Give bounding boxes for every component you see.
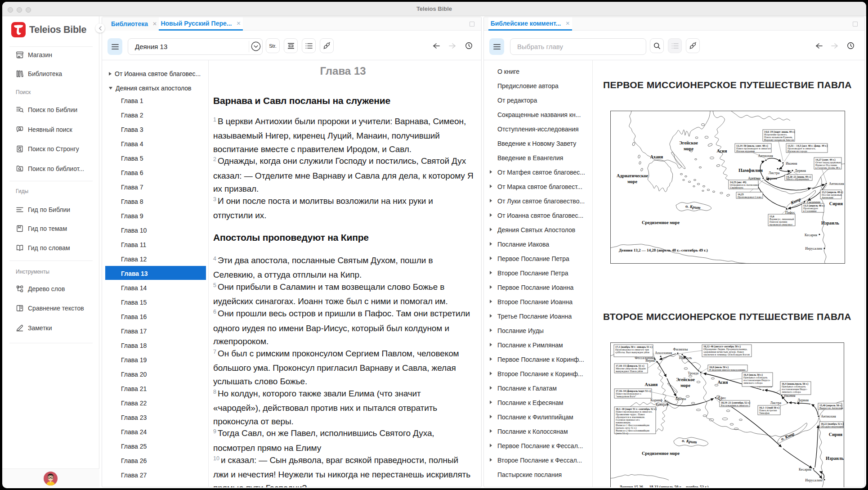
svg-text:Проповедовал Слово: Проповедовал Слово bbox=[738, 196, 762, 198]
svg-text:Икония: Икония bbox=[786, 162, 797, 166]
svg-text:Ободрял верующих: Ободрял верующих bbox=[821, 425, 843, 428]
svg-text:Написал Послание: Написал Послание bbox=[815, 164, 837, 166]
svg-text:Асия: Асия bbox=[716, 148, 727, 153]
svg-text:Варнаву называли Зевсом: Варнаву называли Зевсом bbox=[764, 139, 794, 141]
svg-text:Атталия: Атталия bbox=[748, 176, 761, 180]
svg-text:Вышел из Антиохии: Вышел из Антиохии bbox=[819, 407, 843, 409]
svg-text:Проповедует: Проповедует bbox=[803, 207, 819, 210]
svg-text:проконсул уверовал: проконсул уверовал bbox=[770, 223, 792, 226]
svg-text:Антиохия: Антиохия bbox=[821, 414, 836, 418]
svg-text:Павлом зрения;: Павлом зрения; bbox=[770, 220, 787, 223]
svg-text:Деяния 13,2 — 14,28 (апрель 48: Деяния 13,2 — 14,28 (апрель 48 г.–сентяб… bbox=[619, 248, 708, 252]
svg-text:Павел встретил: Павел встретил bbox=[759, 409, 777, 412]
svg-text:Отправился в Антиохию: Отправился в Антиохию bbox=[730, 184, 759, 186]
svg-text:Дервия: Дервия bbox=[795, 169, 806, 173]
svg-text:лимского собора: лимского собора bbox=[743, 382, 763, 384]
svg-text:Средиземное море: Средиземное море bbox=[642, 220, 680, 225]
svg-text:Проповедует в синагоге,: Проповедует в синагоге, bbox=[787, 147, 816, 150]
svg-text:Иерусалим: Иерусалим bbox=[805, 247, 822, 251]
svg-text:Ефес: Ефес bbox=[718, 396, 726, 400]
svg-text:Израиль: Израиль bbox=[821, 220, 839, 225]
svg-text:Изгнан иудеями: Изгнан иудеями bbox=[736, 150, 755, 153]
svg-text:Асия: Асия bbox=[717, 380, 728, 385]
svg-text:Исцеление хромого.: Исцеление хромого. bbox=[764, 133, 787, 136]
svg-text:Кесария: Кесария bbox=[805, 233, 817, 237]
svg-text:постановления Иерус-: постановления Иерус- bbox=[782, 388, 807, 391]
svg-text:Призывал соблюдать: Призывал соблюдать bbox=[782, 385, 806, 388]
svg-text:Тимофея: Тимофея bbox=[759, 412, 770, 414]
svg-text:Антиохии: Антиохии bbox=[822, 196, 833, 199]
svg-text:море: море bbox=[680, 383, 691, 388]
svg-text:Многие уверовали. Иудеи: Многие уверовали. Иудеи bbox=[616, 367, 646, 370]
svg-text:Проповедовал в синагоге три: Проповедовал в синагоге три bbox=[615, 348, 649, 351]
svg-text:в Саламине: в Саламине bbox=[803, 210, 817, 212]
svg-text:Вариисус, лишенный: Вариисус, лишенный bbox=[770, 218, 794, 220]
svg-text:море: море bbox=[627, 179, 638, 184]
svg-text:Эгейское: Эгейское bbox=[676, 377, 695, 382]
svg-text:Неаполь: Неаполь bbox=[679, 356, 692, 360]
svg-text:Сирийскую: Сирийскую bbox=[730, 186, 743, 189]
svg-text:Изгнан из города: Изгнан из города bbox=[787, 150, 807, 153]
svg-text:субботы. Был вынужден уйти: субботы. Был вынужден уйти bbox=[615, 351, 650, 354]
svg-text:Сирия: Сирия bbox=[829, 432, 843, 437]
svg-text:Павел проповедует в синагоге: Павел проповедует в синагоге bbox=[736, 147, 771, 150]
svg-text:Кенхрея: Кенхрея bbox=[656, 403, 668, 407]
svg-text:море: море bbox=[684, 146, 694, 151]
svg-text:Эгейское: Эгейское bbox=[679, 140, 698, 145]
svg-text:Памфилия: Памфилия bbox=[738, 167, 763, 173]
svg-text:Кесария: Кесария bbox=[799, 468, 811, 472]
svg-text:"неведомом Боге": "неведомом Боге" bbox=[616, 395, 636, 398]
svg-text:Ахаия: Ахаия bbox=[645, 382, 658, 387]
svg-text:Филиппы: Филиппы bbox=[673, 347, 688, 351]
svg-text:заключен в темницу. Освобожден: заключен в темницу. Освобожден Богом bbox=[703, 353, 750, 356]
svg-text:Сирия: Сирия bbox=[829, 201, 843, 206]
svg-text:Призывал соблюдать: Призывал соблюдать bbox=[743, 376, 768, 379]
svg-text:В видении явился македонянин: В видении явился македонянин bbox=[709, 369, 746, 371]
svg-text:Рассуждения в синагоге: Рассуждения в синагоге bbox=[721, 404, 748, 407]
svg-text:Пергия: Пергия bbox=[766, 176, 777, 180]
svg-text:Листра: Листра bbox=[770, 401, 782, 405]
svg-text:14,25: 14,25 bbox=[738, 193, 744, 196]
svg-text:Адриатическое: Адриатическое bbox=[617, 173, 648, 178]
svg-text:Пафос: Пафос bbox=[785, 211, 796, 215]
svg-text:лимского собора: лимского собора bbox=[782, 391, 801, 393]
svg-text:Коринф: Коринф bbox=[650, 398, 662, 402]
svg-text:Ахаия: Ахаия bbox=[650, 154, 663, 159]
svg-text:Антиохия: Антиохия bbox=[758, 154, 773, 158]
svg-text:Послан церковью: Послан церковью bbox=[822, 193, 842, 196]
svg-text:(лето 51 г.): (лето 51 г.) bbox=[616, 432, 628, 435]
svg-text:Афины: Афины bbox=[675, 397, 686, 401]
svg-text:Троада: Троада bbox=[688, 371, 698, 375]
svg-text:постановления Иеруса-: постановления Иеруса- bbox=[743, 379, 770, 382]
svg-text:вынуждают Павла уйти: вынуждают Павла уйти bbox=[616, 370, 643, 373]
svg-text:Павла называли Ермеем,: Павла называли Ермеем, bbox=[764, 136, 793, 139]
svg-text:13,6: 13,6 bbox=[770, 215, 774, 218]
svg-text:Израиль: Израиль bbox=[826, 456, 844, 461]
svg-text:Антиохия: Антиохия bbox=[829, 182, 844, 186]
svg-text:к Галатам. Осень 48 г.: к Галатам. Осень 48 г. bbox=[815, 166, 841, 169]
svg-text:Средиземное море: Средиземное море bbox=[642, 451, 680, 456]
svg-text:Верия: Верия bbox=[645, 359, 655, 363]
svg-text:Павел проповедовал о: Павел проповедовал о bbox=[616, 392, 641, 395]
svg-text:Аполлония: Аполлония bbox=[655, 351, 672, 355]
svg-text:Много обращенных: Много обращенных bbox=[786, 178, 809, 180]
svg-text:Дервия: Дервия bbox=[797, 398, 809, 402]
svg-text:Отчет перед церковью.: Отчет перед церковью. bbox=[815, 161, 842, 164]
svg-text:Листра: Листра bbox=[769, 171, 780, 175]
svg-text:Иерусалим: Иерусалим bbox=[805, 478, 822, 482]
